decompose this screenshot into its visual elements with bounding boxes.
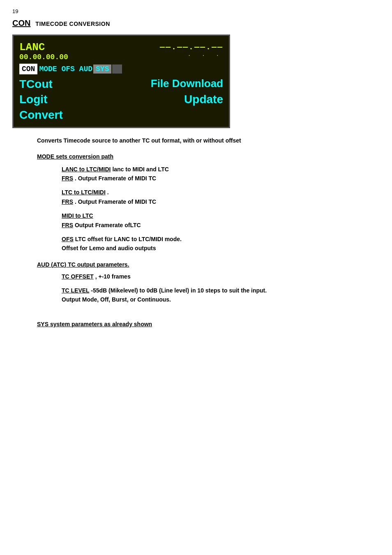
aud-section: AUD (ATC) TC output parameters. TC OFFSE… <box>37 261 371 304</box>
ofs-text1: LTC offset für LANC to LTC/MIDI mode. <box>75 236 182 242</box>
mode-items: LANC to LTC/MIDI lanc to MIDI and LTC FR… <box>37 165 371 253</box>
mode-title: MODE sets conversion path <box>37 153 371 160</box>
lcd-menu-con: CON <box>19 64 37 74</box>
midi-ltc-label: MIDI to LTC <box>62 212 93 219</box>
lcd-row5: Convert <box>19 108 223 122</box>
lcd-lanc-block: LANC 00.00.00.00 <box>19 41 68 61</box>
lcd-lanc-label: LANC <box>19 41 68 53</box>
ofs-label: OFS <box>62 236 74 242</box>
lcd-update: Update <box>184 92 223 107</box>
lcd-menu-items: MODE OFS AUD <box>39 65 92 73</box>
lcd-logit: Logit <box>19 92 47 107</box>
lcd-tc-display: ——.——.——.—— <box>160 41 223 53</box>
mode-item-ofs: OFS LTC offset für LANC to LTC/MIDI mode… <box>62 235 371 253</box>
lcd-tcout: TCout <box>19 77 53 92</box>
frs3-label: FRS <box>62 222 73 228</box>
ltc-ltcmidi-label: LTC to LTC/MIDI <box>62 189 106 196</box>
content-area: Converts Timecode source to another TC o… <box>12 136 380 327</box>
sys-title: SYS system parameters as already shown <box>37 321 371 327</box>
tc-offset-item: TC OFFSET , +-10 frames <box>62 272 371 281</box>
lanc-ltc-label: LANC to LTC/MIDI <box>62 166 111 173</box>
frs3-text: Output Framerate ofLTC <box>75 222 141 228</box>
sys-section: SYS system parameters as already shown <box>37 321 371 327</box>
lanc-ltc-text1: lanc to MIDI and LTC <box>112 166 168 173</box>
lcd-row1: LANC 00.00.00.00 ——.——.——.—— · · · <box>19 41 223 61</box>
lcd-lanc-timecode: 00.00.00.00 <box>19 53 68 62</box>
lcd-tc-right: ——.——.——.—— · · · <box>160 41 223 59</box>
frs2-text: . Output Framerate of MIDI TC <box>75 198 156 205</box>
ltc-ltcmidi-text1: . <box>107 189 109 196</box>
tc-level-label: TC LEVEL <box>62 287 89 294</box>
aud-title: AUD (ATC) TC output parameters. <box>37 261 371 268</box>
lcd-file-download: File Download <box>151 77 223 92</box>
frs1-text: . Output Framerate of MIDI TC <box>75 175 156 182</box>
mode-item-ltc: LTC to LTC/MIDI . FRS . Output Framerate… <box>62 188 371 206</box>
lcd-screen: LANC 00.00.00.00 ——.——.——.—— · · · CON M… <box>12 35 230 128</box>
ofs-text2: Offset for Lemo and audio outputs <box>62 245 156 251</box>
lcd-row3: TCout File Download <box>19 77 223 92</box>
section-heading: CON TIMECODE CONVERSION <box>12 18 380 28</box>
mode-item-midi: MIDI to LTC FRS Output Framerate ofLTC <box>62 211 371 230</box>
lcd-convert: Convert <box>19 108 223 122</box>
mode-section: MODE sets conversion path LANC to LTC/MI… <box>37 153 371 253</box>
intro-text: Converts Timecode source to another TC o… <box>37 136 371 145</box>
tc-offset-label: TC OFFSET <box>62 273 94 280</box>
lcd-tc-dots: · · · <box>168 53 223 59</box>
lcd-menu-box-bg <box>112 64 122 74</box>
page-number: 19 <box>12 8 380 14</box>
lcd-menu-row: CON MODE OFS AUD SYS <box>19 64 223 74</box>
lcd-menu-sys: SYS <box>93 64 111 74</box>
con-label: CON <box>12 18 30 28</box>
tc-level-item: TC LEVEL -55dB (Mikelevel) to 0dB (Line … <box>62 286 371 304</box>
section-subtitle: TIMECODE CONVERSION <box>35 21 110 27</box>
tc-offset-text: , +-10 frames <box>95 273 131 280</box>
tc-level-text2: Output Mode, Off, Burst, or Continuous. <box>62 296 171 303</box>
aud-items: TC OFFSET , +-10 frames TC LEVEL -55dB (… <box>37 272 371 304</box>
mode-item-lanc: LANC to LTC/MIDI lanc to MIDI and LTC FR… <box>62 165 371 183</box>
lcd-row4: Logit Update <box>19 92 223 107</box>
frs1-label: FRS <box>62 175 73 182</box>
frs2-label: FRS <box>62 198 73 205</box>
tc-level-text1: -55dB (Mikelevel) to 0dB (Line level) in… <box>91 287 267 294</box>
